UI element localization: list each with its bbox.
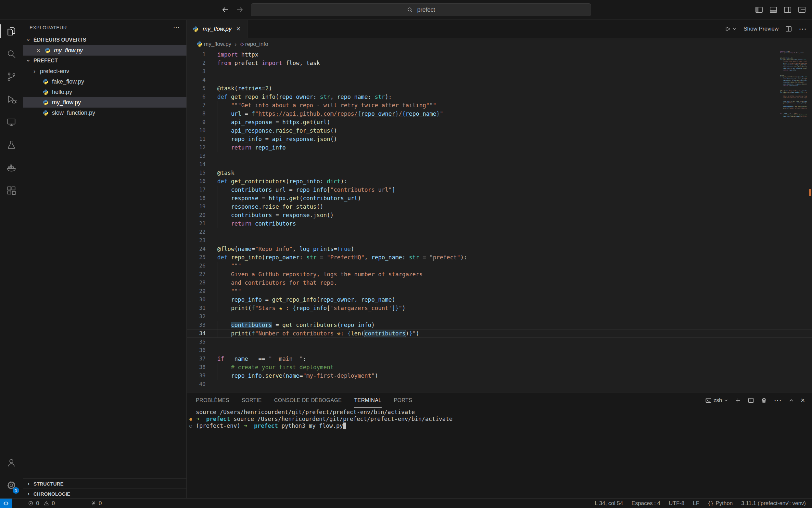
panel-tab-console-de-d-bogage[interactable]: CONSOLE DE DÉBOGAGE [274, 393, 342, 408]
toggle-secondary-sidebar-icon[interactable] [783, 5, 792, 14]
activity-docker-icon[interactable] [0, 156, 23, 179]
explorer-more-actions-icon[interactable]: ⋯ [173, 24, 180, 31]
code-line[interactable]: 12 return repo_info [187, 143, 812, 152]
code-line[interactable]: 11 repo_info = api_response.json() [187, 135, 812, 143]
status-encoding[interactable]: UTF-8 [665, 499, 688, 508]
code-line[interactable]: 2from prefect import flow, task [187, 59, 812, 67]
status-cursor-position[interactable]: L 34, col 54 [590, 499, 627, 508]
activity-account-icon[interactable] [0, 451, 23, 474]
project-header[interactable]: › PREFECT [23, 55, 186, 66]
code-line[interactable]: 38 # create your first deployment [187, 363, 812, 372]
remote-indicator[interactable] [0, 499, 12, 508]
code-line[interactable]: 34 print(f"Number of contributors ⚒: {le… [187, 329, 812, 338]
status-eol[interactable]: LF [688, 499, 704, 508]
status-indentation[interactable]: Espaces : 4 [627, 499, 665, 508]
tree-item-hello-py[interactable]: hello.py [23, 87, 186, 97]
code-line[interactable]: 39 repo_info.serve(name="my-first-deploy… [187, 372, 812, 380]
code-line[interactable]: 26 """ [187, 262, 812, 270]
tab-close-icon[interactable]: × [236, 25, 241, 33]
code-line[interactable]: 23 [187, 236, 812, 245]
back-button[interactable] [221, 5, 229, 14]
forward-button[interactable] [236, 5, 244, 14]
panel-more-actions-icon[interactable]: ⋯ [774, 396, 782, 405]
code-line[interactable]: 17 contributors_url = repo_info["contrib… [187, 185, 812, 194]
status-language[interactable]: {}Python [704, 499, 737, 508]
panel-tab-sortie[interactable]: SORTIE [242, 393, 262, 408]
close-icon[interactable]: × [35, 47, 41, 54]
code-line[interactable]: 1import httpx [187, 50, 812, 59]
kill-terminal-button[interactable] [761, 397, 767, 404]
show-preview-button[interactable]: Show Preview [744, 26, 778, 32]
command-center-search[interactable]: prefect [251, 3, 591, 16]
code-line[interactable]: 6def get_repo_info(repo_owner: str, repo… [187, 93, 812, 101]
code-line[interactable]: 9 api_response = httpx.get(url) [187, 118, 812, 126]
activity-explorer-icon[interactable] [0, 20, 23, 43]
code-line[interactable]: 16def get_contributors(repo_info: dict): [187, 177, 812, 185]
code-line[interactable]: 15@task [187, 169, 812, 177]
activity-remote-icon[interactable] [0, 111, 23, 134]
activity-extensions-icon[interactable] [0, 179, 23, 202]
activity-settings-icon[interactable]: 1 [0, 474, 23, 497]
code-line[interactable]: 8 url = f"https://api.github.com/repos/{… [187, 110, 812, 118]
code-line[interactable]: 4 [187, 76, 812, 84]
code-line[interactable]: 3 [187, 67, 812, 76]
maximize-panel-button[interactable] [788, 397, 794, 404]
run-python-file-button[interactable] [724, 25, 737, 33]
toggle-primary-sidebar-icon[interactable] [755, 5, 763, 14]
code-line[interactable]: 40 [187, 380, 812, 388]
panel-tab-terminal[interactable]: TERMINAL [354, 393, 381, 408]
new-terminal-button[interactable] [735, 397, 741, 404]
code-line[interactable]: 24@flow(name="Repo Info", log_prints=Tru… [187, 245, 812, 253]
panel-tab-ports[interactable]: PORTS [394, 393, 413, 408]
code-line[interactable]: 10 api_response.raise_for_status() [187, 126, 812, 135]
code-line[interactable]: 27 Given a GitHub repository, logs the n… [187, 270, 812, 279]
activity-search-icon[interactable] [0, 43, 23, 65]
code-line[interactable]: 35 [187, 338, 812, 346]
breadcrumb-item-repo_info[interactable]: ◇repo_info [240, 41, 268, 47]
split-terminal-button[interactable] [748, 397, 754, 404]
tab-my-flow[interactable]: my_flow.py × [187, 20, 247, 38]
code-line[interactable]: 30 repo_info = get_repo_info(repo_owner,… [187, 295, 812, 304]
tree-item-prefect-env[interactable]: ›prefect-env [23, 66, 186, 76]
code-line[interactable]: 32 [187, 312, 812, 321]
breadcrumb-item-my_flow-py[interactable]: my_flow.py [196, 41, 231, 47]
code-line[interactable]: 36 [187, 346, 812, 354]
code-line[interactable]: 7 """Get info about a repo - will retry … [187, 101, 812, 110]
code-line[interactable]: 29 """ [187, 287, 812, 295]
tree-item-slow_function-py[interactable]: slow_function.py [23, 108, 186, 118]
close-panel-button[interactable]: × [801, 396, 805, 405]
section-chronologie[interactable]: ›CHRONOLOGIE [23, 489, 186, 499]
code-line[interactable]: 18 response = httpx.get(contributors_url… [187, 194, 812, 203]
code-line[interactable]: 31 print(f"Stars ★ : {repo_info['stargaz… [187, 304, 812, 312]
tree-item-fake_flow-py[interactable]: fake_flow.py [23, 76, 186, 87]
code-line[interactable]: 22 [187, 228, 812, 236]
section-structure[interactable]: ›STRUCTURE [23, 478, 186, 489]
status-interpreter[interactable]: 3.11.1 ('prefect-env': venv) [737, 499, 810, 508]
activity-scm-icon[interactable] [0, 65, 23, 88]
code-line[interactable]: 19 response.raise_for_status() [187, 203, 812, 211]
code-line[interactable]: 20 contributors = response.json() [187, 211, 812, 219]
code-line[interactable]: 28 and contributors for that repo. [187, 279, 812, 287]
code-line[interactable]: 5@task(retries=2) [187, 84, 812, 93]
problems-status[interactable]: 0 0 [28, 499, 55, 508]
open-editor-item[interactable]: ×my_flow.py [23, 45, 186, 55]
code-editor[interactable]: 1import httpx2from prefect import flow, … [187, 50, 812, 393]
terminal-shell-selector[interactable]: zsh [705, 397, 728, 404]
open-editors-header[interactable]: › ÉDITEURS OUVERTS [23, 35, 186, 45]
tree-item-my_flow-py[interactable]: my_flow.py [23, 97, 186, 108]
activity-testing-icon[interactable] [0, 134, 23, 156]
forwarded-ports-status[interactable]: 0 [91, 499, 102, 508]
editor-more-actions-icon[interactable]: ⋯ [799, 25, 807, 34]
toggle-panel-icon[interactable] [769, 5, 777, 14]
activity-debug-icon[interactable] [0, 88, 23, 111]
code-line[interactable]: 21 return contributors [187, 219, 812, 228]
split-editor-button[interactable] [785, 25, 792, 33]
code-line[interactable]: 37if __name__ == "__main__": [187, 354, 812, 363]
code-line[interactable]: 13 [187, 152, 812, 160]
terminal-output[interactable]: source /Users/henricourdent/git/prefect/… [187, 408, 812, 429]
panel-tab-probl-mes[interactable]: PROBLÈMES [196, 393, 229, 408]
code-line[interactable]: 25def repo_info(repo_owner: str = "Prefe… [187, 253, 812, 262]
code-line[interactable]: 14 [187, 160, 812, 169]
code-line[interactable]: 33 contributors = get_contributors(repo_… [187, 321, 812, 329]
customize-layout-icon[interactable] [798, 5, 806, 14]
